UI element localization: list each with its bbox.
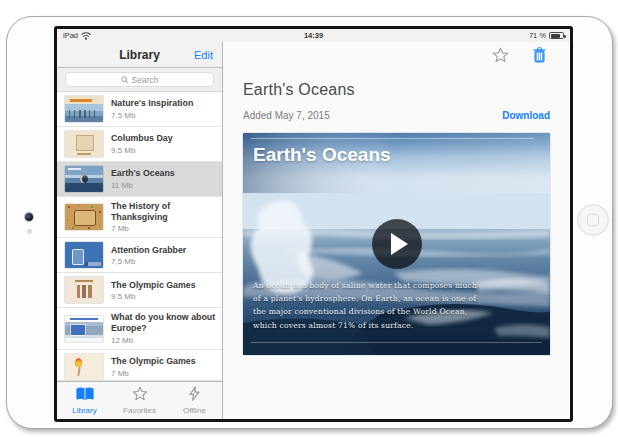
list-item-title: Columbus Day — [111, 133, 173, 144]
home-button-glyph — [587, 214, 599, 226]
list-item-size: 7.5 Mb — [111, 111, 193, 120]
list-item-thumbnail — [65, 166, 103, 192]
list-item-text: What do you know about Europe?12 Mb — [111, 312, 216, 344]
page-title: Earth's Oceans — [243, 81, 550, 99]
list-item-text: The Olympic Games9.5 Mb — [111, 280, 196, 301]
list-item[interactable]: Earth's Oceans11 Mb — [57, 162, 222, 197]
list-item-title: Nature's Inspiration — [111, 98, 193, 109]
list-item-title: The History of Thanksgiving — [111, 201, 216, 223]
battery-percent-label: 71 % — [529, 31, 546, 40]
trash-icon[interactable] — [533, 47, 546, 63]
download-link[interactable]: Download — [502, 110, 550, 121]
list-item-title: What do you know about Europe? — [111, 312, 216, 334]
list-item-text: The History of Thanksgiving7 Mb — [111, 201, 216, 233]
list-item[interactable]: Attention Grabber7,5 Mb — [57, 238, 222, 273]
slide-divider-line — [251, 138, 534, 139]
tab-label: Library — [72, 406, 96, 415]
slide-bottom-line — [251, 342, 542, 343]
list-item-thumbnail — [65, 316, 103, 342]
ambient-light-sensor — [27, 229, 32, 234]
list-item-text: Nature's Inspiration7.5 Mb — [111, 98, 193, 119]
screen-bezel: iPad 14:39 71 % Library — [54, 26, 573, 422]
book-icon — [76, 387, 94, 405]
caption-line: of a planet's hydrosphere. On Earth, an … — [253, 292, 477, 305]
list-item-size: 11 Mb — [111, 181, 175, 190]
search-input[interactable]: Search — [65, 72, 214, 87]
content-toolbar — [243, 42, 550, 68]
list-item-size: 9.5 Mb — [111, 292, 196, 301]
list-item-title: The Olympic Games — [111, 356, 196, 367]
list-item-title: Earth's Oceans — [111, 168, 175, 179]
tab-library[interactable]: Library — [57, 382, 112, 419]
video-player[interactable]: Earth's Oceans An ocean is a body of sal… — [243, 133, 550, 355]
tab-label: Favorites — [123, 406, 156, 415]
list-item-text: The Olympic Games7 Mb — [111, 356, 196, 377]
list-item[interactable]: Columbus Day9.5 Mb — [57, 127, 222, 162]
display: iPad 14:39 71 % Library — [57, 29, 570, 419]
added-date: Added May 7, 2015 — [243, 110, 330, 121]
play-button[interactable] — [372, 219, 422, 269]
list-item[interactable]: What do you know about Europe?12 Mb — [57, 308, 222, 349]
list-item-size: 7 Mb — [111, 224, 216, 233]
list-item-thumbnail — [65, 354, 103, 380]
list-item-size: 9.5 Mb — [111, 146, 173, 155]
library-list: Nature's Inspiration7.5 MbColumbus Day9.… — [57, 92, 222, 381]
sidebar: Library Edit Search Nature's Inspiration… — [57, 42, 223, 419]
sidebar-header: Library Edit — [57, 42, 222, 68]
search-icon — [121, 76, 129, 84]
caption-line: which covers almost 71% of its surface. — [253, 319, 477, 332]
video-caption: An ocean is a body of saline water that … — [253, 279, 477, 332]
list-item[interactable]: The Olympic Games7 Mb — [57, 350, 222, 381]
content-pane: Earth's Oceans Added May 7, 2015 Downloa… — [223, 42, 570, 419]
play-icon — [391, 233, 408, 255]
list-item-size: 12 Mb — [111, 336, 216, 345]
list-item-size: 7,5 Mb — [111, 257, 186, 266]
list-item-thumbnail — [65, 96, 103, 122]
edit-button[interactable]: Edit — [194, 49, 213, 61]
caption-line: An ocean is a body of saline water that … — [253, 279, 477, 292]
tab-offline[interactable]: Offline — [167, 382, 222, 419]
list-item-title: Attention Grabber — [111, 245, 186, 256]
list-item-size: 7 Mb — [111, 369, 196, 378]
tab-label: Offline — [183, 406, 206, 415]
lightning-icon — [189, 386, 200, 405]
list-item-title: The Olympic Games — [111, 280, 196, 291]
list-item-thumbnail — [65, 131, 103, 157]
tab-favorites[interactable]: Favorites — [112, 382, 167, 419]
list-item-thumbnail — [65, 204, 103, 230]
front-camera — [25, 213, 33, 221]
favorite-star-icon[interactable] — [492, 47, 509, 63]
list-item[interactable]: The History of Thanksgiving7 Mb — [57, 197, 222, 238]
carrier-label: iPad — [63, 31, 78, 40]
list-item[interactable]: The Olympic Games9.5 Mb — [57, 273, 222, 308]
video-slide-title: Earth's Oceans — [253, 144, 391, 166]
search-placeholder: Search — [132, 75, 159, 85]
list-item-text: Earth's Oceans11 Mb — [111, 168, 175, 189]
wifi-icon — [81, 32, 91, 40]
list-item-thumbnail — [65, 242, 103, 268]
status-bar: iPad 14:39 71 % — [57, 29, 570, 42]
list-item-thumbnail — [65, 277, 103, 303]
list-item-text: Attention Grabber7,5 Mb — [111, 245, 186, 266]
star-icon — [132, 386, 148, 405]
tab-bar: LibraryFavoritesOffline — [57, 381, 222, 419]
home-button[interactable] — [577, 204, 609, 236]
clock: 14:39 — [183, 31, 444, 40]
search-bar: Search — [57, 68, 222, 92]
caption-line: the major conventional divisions of the … — [253, 305, 477, 318]
list-item-text: Columbus Day9.5 Mb — [111, 133, 173, 154]
ipad-device: iPad 14:39 71 % Library — [6, 16, 613, 429]
list-item[interactable]: Nature's Inspiration7.5 Mb — [57, 92, 222, 127]
battery-icon — [549, 32, 564, 39]
